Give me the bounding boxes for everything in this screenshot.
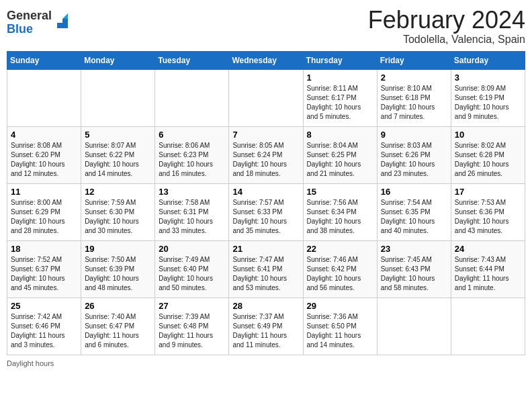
calendar-week-2: 11Sunrise: 8:00 AM Sunset: 6:29 PM Dayli… [7, 183, 525, 240]
calendar-cell: 16Sunrise: 7:54 AM Sunset: 6:35 PM Dayli… [377, 183, 451, 240]
page-header: General Blue February 2024 Todolella, Va… [7, 7, 525, 46]
day-number: 26 [85, 301, 151, 311]
day-number: 19 [85, 244, 151, 254]
calendar-cell: 7Sunrise: 8:05 AM Sunset: 6:24 PM Daylig… [229, 126, 303, 183]
day-number: 25 [11, 301, 77, 311]
day-info: Sunrise: 7:56 AM Sunset: 6:34 PM Dayligh… [307, 198, 373, 236]
day-info: Sunrise: 8:07 AM Sunset: 6:22 PM Dayligh… [85, 141, 151, 179]
calendar-cell: 24Sunrise: 7:43 AM Sunset: 6:44 PM Dayli… [451, 240, 525, 298]
calendar-cell: 5Sunrise: 8:07 AM Sunset: 6:22 PM Daylig… [81, 126, 155, 183]
calendar-cell: 12Sunrise: 7:59 AM Sunset: 6:30 PM Dayli… [81, 183, 155, 240]
day-number: 1 [307, 73, 373, 83]
day-info: Sunrise: 7:43 AM Sunset: 6:44 PM Dayligh… [455, 255, 521, 293]
day-number: 13 [159, 187, 225, 197]
day-info: Sunrise: 7:39 AM Sunset: 6:48 PM Dayligh… [159, 312, 225, 350]
calendar-cell: 4Sunrise: 8:08 AM Sunset: 6:20 PM Daylig… [7, 126, 81, 183]
day-number: 29 [307, 301, 373, 311]
calendar-cell: 18Sunrise: 7:52 AM Sunset: 6:37 PM Dayli… [7, 240, 81, 298]
calendar-week-3: 18Sunrise: 7:52 AM Sunset: 6:37 PM Dayli… [7, 240, 525, 298]
day-info: Sunrise: 7:58 AM Sunset: 6:31 PM Dayligh… [159, 198, 225, 236]
header-friday: Friday [377, 51, 451, 69]
day-info: Sunrise: 8:05 AM Sunset: 6:24 PM Dayligh… [232, 141, 299, 179]
calendar-cell: 9Sunrise: 8:03 AM Sunset: 6:26 PM Daylig… [377, 126, 451, 183]
calendar-cell: 6Sunrise: 8:06 AM Sunset: 6:23 PM Daylig… [155, 126, 229, 183]
day-info: Sunrise: 8:08 AM Sunset: 6:20 PM Dayligh… [11, 141, 77, 179]
day-info: Sunrise: 7:37 AM Sunset: 6:49 PM Dayligh… [232, 312, 299, 350]
day-info: Sunrise: 7:54 AM Sunset: 6:35 PM Dayligh… [381, 198, 447, 236]
day-info: Sunrise: 7:52 AM Sunset: 6:37 PM Dayligh… [11, 255, 77, 293]
day-info: Sunrise: 8:04 AM Sunset: 6:25 PM Dayligh… [307, 141, 373, 179]
calendar-cell: 10Sunrise: 8:02 AM Sunset: 6:28 PM Dayli… [451, 126, 525, 183]
day-number: 14 [232, 187, 299, 197]
day-number: 8 [307, 130, 373, 140]
location-subtitle: Todolella, Valencia, Spain [368, 34, 525, 46]
day-number: 7 [232, 130, 299, 140]
day-number: 4 [11, 130, 77, 140]
day-number: 9 [381, 130, 447, 140]
calendar-cell [451, 298, 525, 355]
calendar-week-0: 1Sunrise: 8:11 AM Sunset: 6:17 PM Daylig… [7, 69, 525, 126]
day-info: Sunrise: 7:53 AM Sunset: 6:36 PM Dayligh… [455, 198, 521, 236]
calendar-cell: 29Sunrise: 7:36 AM Sunset: 6:50 PM Dayli… [303, 298, 377, 355]
calendar-table: Sunday Monday Tuesday Wednesday Thursday… [7, 51, 525, 355]
calendar-cell: 26Sunrise: 7:40 AM Sunset: 6:47 PM Dayli… [81, 298, 155, 355]
header-monday: Monday [81, 51, 155, 69]
header-tuesday: Tuesday [155, 51, 229, 69]
calendar-cell: 25Sunrise: 7:42 AM Sunset: 6:46 PM Dayli… [7, 298, 81, 355]
calendar-cell: 20Sunrise: 7:49 AM Sunset: 6:40 PM Dayli… [155, 240, 229, 298]
calendar-body: 1Sunrise: 8:11 AM Sunset: 6:17 PM Daylig… [7, 69, 525, 355]
day-number: 16 [381, 187, 447, 197]
day-number: 20 [159, 244, 225, 254]
day-info: Sunrise: 7:45 AM Sunset: 6:43 PM Dayligh… [381, 255, 447, 293]
day-number: 12 [85, 187, 151, 197]
day-number: 6 [159, 130, 225, 140]
day-number: 10 [455, 130, 521, 140]
day-info: Sunrise: 8:02 AM Sunset: 6:28 PM Dayligh… [455, 141, 521, 179]
day-info: Sunrise: 8:06 AM Sunset: 6:23 PM Dayligh… [159, 141, 225, 179]
day-info: Sunrise: 8:10 AM Sunset: 6:18 PM Dayligh… [381, 84, 447, 122]
day-number: 21 [232, 244, 299, 254]
logo-icon [53, 13, 72, 32]
day-number: 22 [307, 244, 373, 254]
day-number: 23 [381, 244, 447, 254]
header-sunday: Sunday [7, 51, 81, 69]
calendar-cell: 2Sunrise: 8:10 AM Sunset: 6:18 PM Daylig… [377, 69, 451, 126]
day-info: Sunrise: 7:57 AM Sunset: 6:33 PM Dayligh… [232, 198, 299, 236]
logo-general: General [7, 9, 52, 23]
svg-marker-1 [62, 13, 68, 19]
day-info: Sunrise: 7:59 AM Sunset: 6:30 PM Dayligh… [85, 198, 151, 236]
calendar-cell: 21Sunrise: 7:47 AM Sunset: 6:41 PM Dayli… [229, 240, 303, 298]
calendar-cell: 8Sunrise: 8:04 AM Sunset: 6:25 PM Daylig… [303, 126, 377, 183]
day-info: Sunrise: 8:03 AM Sunset: 6:26 PM Dayligh… [381, 141, 447, 179]
day-info: Sunrise: 7:50 AM Sunset: 6:39 PM Dayligh… [85, 255, 151, 293]
day-number: 15 [307, 187, 373, 197]
calendar-week-4: 25Sunrise: 7:42 AM Sunset: 6:46 PM Dayli… [7, 298, 525, 355]
day-info: Sunrise: 8:00 AM Sunset: 6:29 PM Dayligh… [11, 198, 77, 236]
header-saturday: Saturday [451, 51, 525, 69]
calendar-week-1: 4Sunrise: 8:08 AM Sunset: 6:20 PM Daylig… [7, 126, 525, 183]
day-info: Sunrise: 7:36 AM Sunset: 6:50 PM Dayligh… [307, 312, 373, 350]
calendar-cell: 22Sunrise: 7:46 AM Sunset: 6:42 PM Dayli… [303, 240, 377, 298]
calendar-cell: 28Sunrise: 7:37 AM Sunset: 6:49 PM Dayli… [229, 298, 303, 355]
day-number: 28 [232, 301, 299, 311]
calendar-cell [81, 69, 155, 126]
calendar-cell [229, 69, 303, 126]
calendar-cell: 3Sunrise: 8:09 AM Sunset: 6:19 PM Daylig… [451, 69, 525, 126]
footer-text: Daylight hours [7, 359, 54, 367]
calendar-cell: 13Sunrise: 7:58 AM Sunset: 6:31 PM Dayli… [155, 183, 229, 240]
header-row: Sunday Monday Tuesday Wednesday Thursday… [7, 51, 525, 69]
day-number: 3 [455, 73, 521, 83]
header-wednesday: Wednesday [229, 51, 303, 69]
calendar-cell: 19Sunrise: 7:50 AM Sunset: 6:39 PM Dayli… [81, 240, 155, 298]
day-info: Sunrise: 7:40 AM Sunset: 6:47 PM Dayligh… [85, 312, 151, 350]
day-number: 18 [11, 244, 77, 254]
calendar-cell: 27Sunrise: 7:39 AM Sunset: 6:48 PM Dayli… [155, 298, 229, 355]
calendar-cell [7, 69, 81, 126]
day-number: 2 [381, 73, 447, 83]
logo: General Blue [7, 9, 72, 36]
logo-text: General Blue [7, 9, 52, 36]
day-number: 11 [11, 187, 77, 197]
calendar-cell: 1Sunrise: 8:11 AM Sunset: 6:17 PM Daylig… [303, 69, 377, 126]
calendar-cell [155, 69, 229, 126]
footer: Daylight hours [7, 359, 525, 367]
